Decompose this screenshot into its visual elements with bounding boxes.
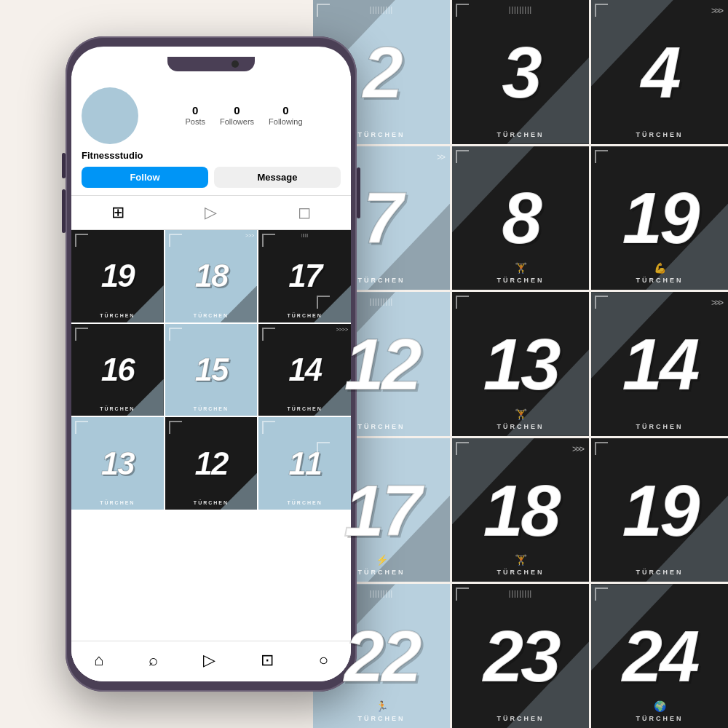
- grid-tab-icon[interactable]: ⊞: [111, 203, 124, 222]
- tile-label: TÜRCHEN: [636, 569, 684, 576]
- corner-deco: [75, 421, 88, 434]
- tile-number: 22: [344, 620, 419, 692]
- corner-decoration: [456, 442, 469, 455]
- tile-label: TÜRCHEN: [194, 500, 229, 505]
- tile-label: TÜRCHEN: [100, 313, 135, 318]
- following-count: 0: [282, 104, 288, 117]
- grid-cell-16[interactable]: 16 TÜRCHEN: [71, 324, 164, 416]
- tile-number: 14: [288, 354, 321, 386]
- phone-screen: 0 Posts 0 Followers 0 Following: [71, 47, 351, 681]
- phone-button-mute: [62, 153, 66, 178]
- search-nav-icon[interactable]: ⌕: [149, 651, 158, 670]
- tile-number: 18: [483, 474, 558, 547]
- corner-deco: [169, 234, 182, 247]
- tile-label: TÜRCHEN: [497, 569, 545, 576]
- username-display: Fitnessstudio: [71, 150, 351, 167]
- tile-number: 7: [363, 181, 400, 254]
- tile-number: 4: [641, 36, 678, 108]
- gym-icon-overlay: 🏋️: [515, 262, 527, 274]
- tile-label: TÜRCHEN: [497, 423, 545, 430]
- arrow-decoration: >>>: [711, 6, 722, 16]
- tile-number: 24: [622, 620, 697, 692]
- tile-number: 17: [344, 474, 419, 547]
- tile-label: TÜRCHEN: [358, 277, 405, 284]
- profile-nav-icon[interactable]: ○: [319, 651, 328, 670]
- tile-12-dark: 12 TÜRCHEN: [165, 417, 258, 510]
- tile-label: TÜRCHEN: [636, 277, 684, 284]
- reels-tab-icon[interactable]: ▷: [205, 203, 217, 222]
- tile-13-light: 13 TÜRCHEN: [71, 417, 164, 510]
- tile-label: TÜRCHEN: [497, 131, 545, 138]
- phone-button-power: [357, 167, 360, 218]
- tagged-tab-icon[interactable]: ◻: [298, 203, 311, 222]
- grid-cell-14[interactable]: >>>> 14 TÜRCHEN: [258, 324, 351, 416]
- grid-cell-12[interactable]: 12 TÜRCHEN: [165, 417, 258, 510]
- bg-tile-19: 19 TÜRCHEN: [591, 438, 728, 582]
- background-grid: ||||||||| 2 TÜRCHEN ||||||||| 3 TÜRCHEN …: [313, 0, 728, 728]
- message-button[interactable]: Message: [214, 167, 341, 188]
- tile-19-dark: 19 TÜRCHEN: [71, 230, 164, 323]
- corner-deco: [169, 328, 182, 341]
- grid-cell-19[interactable]: 19 TÜRCHEN: [71, 230, 164, 323]
- arrow-decoration: >>: [437, 152, 444, 162]
- bg-tile-23: ||||||||| 23 TÜRCHEN: [452, 584, 589, 728]
- avatar: [82, 87, 138, 144]
- tile-14-dark: >>>> 14 TÜRCHEN: [258, 324, 351, 416]
- tile-number: 15: [195, 354, 228, 386]
- bg-tile-24: 24 🌍 TÜRCHEN: [591, 584, 728, 728]
- globe-icon-overlay: 🌍: [654, 700, 666, 712]
- tile-label: TÜRCHEN: [497, 715, 545, 722]
- bg-tile-9: 19 💪 TÜRCHEN: [591, 146, 728, 290]
- tile-label: TÜRCHEN: [358, 569, 405, 576]
- bg-tile-14: >>> 14 TÜRCHEN: [591, 292, 728, 436]
- reels-nav-icon[interactable]: ▷: [203, 651, 215, 670]
- corner-decoration: [317, 442, 330, 455]
- corner-deco: [75, 234, 88, 247]
- bottom-navigation: ⌂ ⌕ ▷ ⊡ ○: [71, 641, 351, 681]
- posts-count: 0: [192, 104, 198, 117]
- tile-number: 13: [483, 328, 558, 400]
- corner-decoration: [317, 296, 330, 309]
- stat-followers: 0 Followers: [220, 104, 254, 127]
- phone-button-volume: [62, 189, 66, 233]
- stat-posts: 0 Posts: [185, 104, 205, 127]
- tile-number: 23: [483, 620, 558, 692]
- grid-cell-15[interactable]: 15 TÜRCHEN: [165, 324, 258, 416]
- followers-count: 0: [234, 104, 240, 117]
- tile-label: TÜRCHEN: [636, 131, 684, 138]
- shop-nav-icon[interactable]: ⊡: [261, 651, 274, 670]
- tile-number: 17: [288, 260, 321, 292]
- grid-cell-18[interactable]: >>> 18 TÜRCHEN: [165, 230, 258, 323]
- tile-17-dark: |||||| 17 TÜRCHEN: [258, 230, 351, 323]
- tile-number: 12: [344, 328, 419, 400]
- corner-decoration: [317, 150, 330, 163]
- tile-label: TÜRCHEN: [358, 131, 405, 138]
- bodybuilder-icon-overlay: 💪: [654, 262, 666, 274]
- tile-label: TÜRCHEN: [636, 715, 684, 722]
- tile-number: 16: [101, 354, 134, 386]
- profile-action-buttons: Follow Message: [71, 167, 351, 195]
- corner-decoration: [595, 296, 608, 309]
- stat-following: 0 Following: [269, 104, 302, 127]
- phone-notch: [167, 57, 255, 71]
- grid-cell-11[interactable]: 11 TÜRCHEN: [258, 417, 351, 510]
- content-tabs: ⊞ ▷ ◻: [71, 195, 351, 230]
- phone-device: 0 Posts 0 Followers 0 Following: [66, 36, 357, 692]
- grid-cell-17[interactable]: |||||| 17 TÜRCHEN: [258, 230, 351, 323]
- bg-tile-18: >>> 18 🏋️ TÜRCHEN: [452, 438, 589, 582]
- corner-decoration: [456, 4, 469, 17]
- arrow-decoration: >>>: [572, 444, 583, 454]
- tile-number: 19: [622, 181, 697, 254]
- tile-15-light: 15 TÜRCHEN: [165, 324, 258, 416]
- grid-cell-13[interactable]: 13 TÜRCHEN: [71, 417, 164, 510]
- tile-number: 19: [622, 474, 697, 547]
- corner-decoration: [317, 4, 330, 17]
- tile-11-light: 11 TÜRCHEN: [258, 417, 351, 510]
- profile-stats: 0 Posts 0 Followers 0 Following: [147, 104, 341, 127]
- home-nav-icon[interactable]: ⌂: [94, 651, 103, 670]
- corner-decoration: [595, 4, 608, 17]
- follow-button[interactable]: Follow: [82, 167, 208, 188]
- bg-tile-8: 8 🏋️ TÜRCHEN: [452, 146, 589, 290]
- corner-decoration: [317, 587, 330, 601]
- lines-decoration: |||||||||: [509, 6, 532, 14]
